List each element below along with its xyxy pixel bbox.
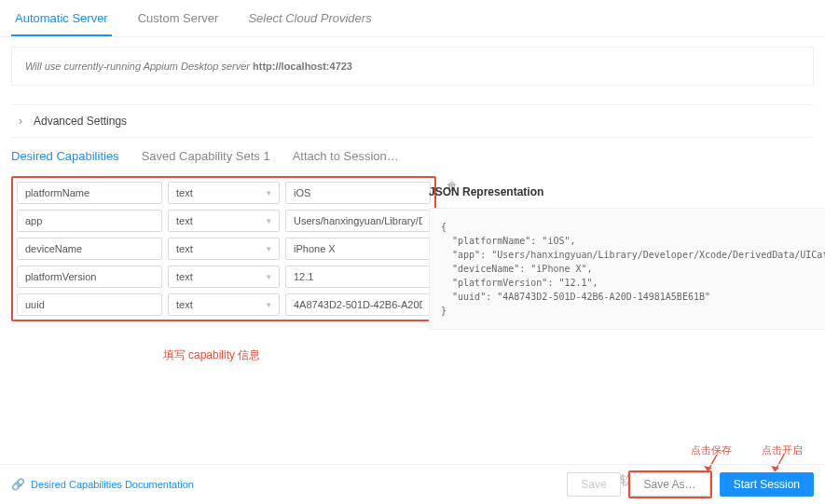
capability-name-input[interactable] xyxy=(17,210,162,232)
capability-value-input[interactable] xyxy=(285,266,431,288)
capability-type-select[interactable]: text▾ xyxy=(168,266,280,288)
capability-type-select[interactable]: text▾ xyxy=(168,238,280,260)
capability-value-input[interactable] xyxy=(285,182,431,204)
chevron-down-icon: ▾ xyxy=(267,244,271,253)
chevron-down-icon: ▾ xyxy=(267,188,271,198)
capability-type-select[interactable]: text▾ xyxy=(168,210,280,232)
tab-saved-sets[interactable]: Saved Capability Sets 1 xyxy=(142,149,270,169)
tab-desired-capabilities[interactable]: Desired Capabilities xyxy=(11,149,119,169)
tab-custom-server[interactable]: Custom Server xyxy=(134,6,223,36)
capability-value-input[interactable] xyxy=(285,293,431,316)
start-session-button[interactable]: Start Session xyxy=(720,472,814,497)
capability-type-select[interactable]: text▾ xyxy=(168,293,280,316)
chevron-down-icon: ▾ xyxy=(267,272,271,281)
chevron-down-icon: ▾ xyxy=(267,216,271,225)
capability-row: text▾ xyxy=(17,293,431,316)
advanced-settings-toggle[interactable]: › Advanced Settings xyxy=(11,104,814,138)
capability-name-input[interactable] xyxy=(17,293,162,316)
capability-row: text▾ xyxy=(17,238,431,260)
link-icon: 🔗 xyxy=(11,478,25,491)
footer-bar: 🔗 Desired Capabilities Documentation Sav… xyxy=(0,464,825,504)
save-button[interactable]: Save xyxy=(567,472,620,497)
capability-tabs: Desired Capabilities Saved Capability Se… xyxy=(0,149,825,176)
json-representation-view: { "platformName": "iOS", "app": "Users/h… xyxy=(429,208,825,330)
server-url: http://localhost:4723 xyxy=(253,61,352,72)
capability-value-input[interactable] xyxy=(285,238,431,260)
docs-link-label: Desired Capabilities Documentation xyxy=(31,479,194,490)
tab-select-cloud[interactable]: Select Cloud Providers xyxy=(244,6,375,36)
annotation-fill-capability: 填写 capability 信息 xyxy=(11,347,412,363)
server-tabs: Automatic Server Custom Server Select Cl… xyxy=(0,0,825,37)
capability-type-select[interactable]: text▾ xyxy=(168,182,280,204)
capability-name-input[interactable] xyxy=(17,182,162,204)
json-representation-title: JSON Representation xyxy=(429,185,825,198)
capability-row: text▾ xyxy=(17,210,431,232)
tab-automatic-server[interactable]: Automatic Server xyxy=(11,6,112,36)
capability-row: text▾ xyxy=(17,182,431,204)
tab-attach-session[interactable]: Attach to Session… xyxy=(293,149,399,169)
chevron-right-icon: › xyxy=(19,115,34,128)
chevron-down-icon: ▾ xyxy=(267,300,271,309)
advanced-settings-label: Advanced Settings xyxy=(34,115,127,128)
capability-value-input[interactable] xyxy=(285,210,431,232)
server-info-prefix: Will use currently-running Appium Deskto… xyxy=(25,61,253,72)
capability-name-input[interactable] xyxy=(17,266,162,288)
capability-row: text▾ xyxy=(17,266,431,288)
capabilities-editor: text▾ text▾ text▾ text▾ xyxy=(11,176,436,321)
save-as-button[interactable]: Save As… xyxy=(630,472,710,497)
docs-link[interactable]: 🔗 Desired Capabilities Documentation xyxy=(11,478,194,491)
capability-name-input[interactable] xyxy=(17,238,162,260)
server-info-banner: Will use currently-running Appium Deskto… xyxy=(11,47,814,86)
